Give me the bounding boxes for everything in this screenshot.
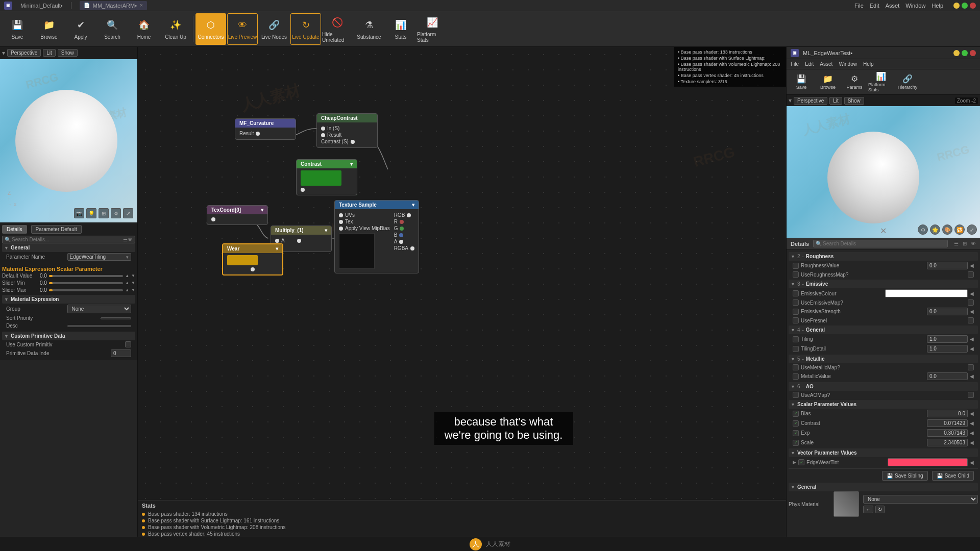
metallic-value[interactable]: 0.0 bbox=[927, 372, 968, 380]
slider-max-arrow-down[interactable]: ▼ bbox=[131, 288, 135, 292]
menu-item-asset[interactable]: Asset bbox=[884, 3, 902, 9]
tiling-detail-value[interactable]: 1.0 bbox=[927, 345, 968, 353]
right-minimize[interactable] bbox=[953, 50, 960, 56]
right-details-view2[interactable]: ⊞ bbox=[963, 241, 967, 246]
eye-icon[interactable]: 👁 bbox=[128, 237, 133, 242]
left-search-box[interactable]: 🔍 ☰ 👁 bbox=[2, 236, 135, 243]
camera-btn[interactable]: 📷 bbox=[74, 208, 84, 218]
use-emissive-check[interactable] bbox=[793, 299, 799, 306]
right-save-btn[interactable]: 💾 Save bbox=[789, 71, 814, 93]
right-menu-edit[interactable]: Edit bbox=[805, 61, 814, 67]
scale-check[interactable] bbox=[793, 440, 799, 446]
viewport-menu-btn[interactable]: ▾ bbox=[2, 49, 5, 57]
clear-phys-btn[interactable]: ↻ bbox=[875, 506, 885, 513]
view-toggle-icon[interactable]: ☰ bbox=[123, 237, 128, 242]
right-menu-help[interactable]: Help bbox=[863, 61, 874, 67]
app-tab-2[interactable]: MM_MasterARM• bbox=[93, 3, 137, 9]
sort-priority-value[interactable] bbox=[101, 317, 131, 319]
emissive-strength-value[interactable]: 0.0 bbox=[927, 308, 968, 315]
node-texture-sample[interactable]: Texture Sample ▾ UVs Tex bbox=[334, 200, 419, 273]
right-show-btn[interactable]: Show bbox=[844, 97, 864, 105]
contrast-menu-btn[interactable]: ▾ bbox=[350, 161, 353, 167]
use-custom-checkbox[interactable] bbox=[125, 341, 131, 347]
toolbar-stats-btn[interactable]: 📊Stats bbox=[385, 13, 416, 45]
expression-section-header[interactable]: ▼ Material Expression bbox=[2, 295, 135, 304]
right-hierarchy-btn[interactable]: 🔗 Hierarchy bbox=[895, 71, 920, 93]
right-details-search[interactable]: 🔍 bbox=[813, 240, 948, 247]
right-vp-btn-3[interactable]: 🎨 bbox=[942, 224, 952, 235]
lit-btn[interactable]: Lit bbox=[43, 49, 56, 57]
scale-value[interactable]: 2.340503 bbox=[927, 439, 968, 446]
right-vp-btn-5[interactable]: ⤢ bbox=[967, 224, 977, 235]
node-editor[interactable]: 人人素材 RRCG 人人素材 MF_Curvat bbox=[138, 47, 786, 500]
slider-max-track[interactable] bbox=[49, 289, 123, 291]
parameter-default-tab[interactable]: Parameter Default bbox=[31, 225, 82, 234]
group-select[interactable]: None bbox=[67, 305, 132, 313]
right-search-input[interactable] bbox=[823, 241, 945, 246]
toolbar-save-btn[interactable]: 💾Save bbox=[2, 13, 33, 45]
toolbar-clean-up-btn[interactable]: ✨Clean Up bbox=[160, 13, 191, 45]
exp-arrow[interactable]: ◀ bbox=[970, 430, 974, 436]
default-value-arrow-up[interactable]: ▲ bbox=[125, 273, 129, 278]
roughness-value-check[interactable] bbox=[793, 263, 799, 269]
slider-min-track[interactable] bbox=[49, 282, 123, 284]
slider-min-arrow-down[interactable]: ▼ bbox=[131, 281, 135, 285]
contrast-value[interactable]: 0.071429 bbox=[927, 419, 968, 427]
toolbar-live-nodes-btn[interactable]: 🔗Live Nodes bbox=[259, 13, 289, 45]
param-name-value[interactable]: EdgeWearTiling ▾ bbox=[67, 253, 132, 261]
edgeweartint-check[interactable] bbox=[798, 459, 804, 465]
right-vp-menu[interactable]: ▾ bbox=[789, 97, 792, 104]
show-btn[interactable]: Show bbox=[58, 49, 78, 57]
node-contrast[interactable]: Contrast ▾ bbox=[296, 159, 357, 195]
tiling-detail-check[interactable] bbox=[793, 346, 799, 352]
use-metallic-check[interactable] bbox=[793, 364, 799, 370]
menu-item-edit[interactable]: Edit bbox=[868, 3, 881, 9]
right-vp-btn-2[interactable]: 🌟 bbox=[930, 224, 940, 235]
minimize-btn[interactable] bbox=[953, 3, 960, 9]
menu-item-file[interactable]: File bbox=[852, 3, 866, 9]
texcoord-menu-btn[interactable]: ▾ bbox=[261, 207, 263, 213]
emissive-colour-arrow[interactable]: ◀ bbox=[970, 291, 974, 296]
roughness-header[interactable]: ▼ 2 - Roughness bbox=[789, 252, 978, 261]
toolbar-apply-btn[interactable]: ✔Apply bbox=[65, 13, 96, 45]
settings-btn[interactable]: ⚙ bbox=[111, 208, 121, 218]
maximize-btn[interactable] bbox=[962, 3, 968, 9]
node-cheapcontrast[interactable]: CheapContrast In (S) Result Contrast (S) bbox=[316, 113, 378, 148]
node-texcoord[interactable]: TexCoord[0] ▾ bbox=[207, 205, 268, 225]
tiling-check[interactable] bbox=[793, 336, 799, 342]
edgeweartint-arrow[interactable]: ◀ bbox=[970, 460, 974, 465]
roughness-value-arrow[interactable]: ◀ bbox=[970, 263, 974, 268]
phys-material-select[interactable]: None bbox=[863, 495, 978, 504]
use-ao-check[interactable] bbox=[793, 392, 799, 398]
right-viewport[interactable]: ▾ Perspective Lit Show Zoom -2 人人素材 RRCG… bbox=[787, 95, 980, 238]
menu-item-help[interactable]: Help bbox=[929, 3, 945, 9]
details-tab[interactable]: Details bbox=[2, 225, 27, 234]
right-menu-window[interactable]: Window bbox=[839, 61, 857, 67]
close-btn[interactable] bbox=[970, 3, 976, 9]
right-maximize[interactable] bbox=[962, 50, 968, 56]
right-menu-asset[interactable]: Asset bbox=[820, 61, 832, 67]
desc-value[interactable] bbox=[67, 325, 132, 327]
emissive-strength-arrow[interactable]: ◀ bbox=[970, 309, 974, 314]
toolbar-live-preview-btn[interactable]: 👁Live Preview bbox=[227, 13, 258, 45]
metallic-header[interactable]: ▼ 5 - Metallic bbox=[789, 355, 978, 363]
ao-header[interactable]: ▼ 6 - AO bbox=[789, 382, 978, 391]
edgeweartint-expand[interactable]: ▶ bbox=[793, 460, 796, 465]
bias-value[interactable]: 0.0 bbox=[927, 410, 968, 417]
toolbar-substance-btn[interactable]: ⚗Substance bbox=[354, 13, 384, 45]
menu-item-window[interactable]: Window bbox=[903, 3, 927, 9]
metallic-value-check[interactable] bbox=[793, 373, 799, 380]
contrast-arrow[interactable]: ◀ bbox=[970, 420, 974, 426]
right-vp-btn-1[interactable]: ⚙ bbox=[918, 224, 928, 235]
right-vp-btn-4[interactable]: 🔁 bbox=[954, 224, 965, 235]
grid-btn[interactable]: ⊞ bbox=[99, 208, 109, 218]
exp-value[interactable]: 0.307143 bbox=[927, 429, 968, 437]
toolbar-platform-stats-btn[interactable]: 📈Platform Stats bbox=[417, 13, 448, 45]
toolbar-connectors-btn[interactable]: ⬡Connectors bbox=[195, 13, 226, 45]
use-fresnel-val[interactable] bbox=[968, 317, 974, 323]
metallic-value-arrow[interactable]: ◀ bbox=[970, 373, 974, 379]
tiling-detail-arrow[interactable]: ◀ bbox=[970, 346, 974, 352]
primitive-data-value[interactable]: 0 bbox=[111, 349, 131, 357]
default-value-arrow-down[interactable]: ▼ bbox=[131, 273, 135, 278]
use-roughness-check[interactable] bbox=[793, 271, 799, 278]
